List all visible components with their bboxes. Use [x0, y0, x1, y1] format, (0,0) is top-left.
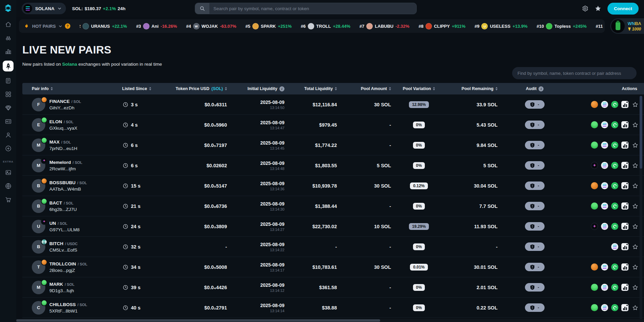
- chart-icon[interactable]: [621, 182, 628, 189]
- help-icon[interactable]: ?: [65, 23, 70, 29]
- bot-trade-icon[interactable]: [591, 284, 598, 291]
- sort-icon[interactable]: [149, 87, 151, 90]
- bot-trade-icon[interactable]: [591, 202, 598, 210]
- pair-address[interactable]: G97YL...ULM8: [49, 227, 79, 232]
- bot-trade-icon[interactable]: [591, 121, 598, 128]
- info-icon[interactable]: i: [279, 86, 284, 91]
- table-row[interactable]: F FINANCE / SOL GihiY...ezDh 3 s $0.0₅63…: [22, 94, 644, 115]
- audit-pill[interactable]: -: [525, 141, 545, 149]
- table-row[interactable]: M ✦ Memelord / SOL 2RcwW...ijfm 6 s $0.0…: [22, 155, 644, 176]
- favorite-star-icon[interactable]: [631, 142, 639, 149]
- table-row[interactable]: B BOSSBUBU / SOL AATbA...W4mB 15 s $0.0₅…: [22, 176, 644, 196]
- chain-link[interactable]: Solana: [62, 62, 77, 67]
- sidebar-item-discover[interactable]: [4, 34, 13, 42]
- favorite-star-icon[interactable]: [631, 223, 639, 230]
- audit-pill[interactable]: -: [525, 263, 545, 271]
- sidebar-item-gems[interactable]: [4, 103, 13, 112]
- sort-icon[interactable]: [433, 87, 435, 90]
- gecko-icon[interactable]: [611, 202, 618, 210]
- dex-source-icon[interactable]: [591, 101, 598, 108]
- chart-icon[interactable]: [621, 263, 628, 271]
- pair-address[interactable]: AATbA...W4mB: [49, 187, 87, 192]
- header-pool-remaining[interactable]: Pool Remaining: [443, 86, 501, 91]
- favorite-star-icon[interactable]: [631, 263, 639, 271]
- hot-pairs-selector[interactable]: HOT PAIRS ?: [24, 23, 70, 29]
- audit-pill[interactable]: -: [525, 283, 545, 292]
- solana-explorer-icon[interactable]: [601, 284, 608, 291]
- chart-icon[interactable]: [621, 101, 628, 108]
- hot-pair-item[interactable]: #11 IMAGINE -20%: [596, 23, 605, 29]
- solana-explorer-icon[interactable]: [611, 243, 618, 250]
- pair-address[interactable]: 9D1g3...fujh: [49, 288, 74, 293]
- sort-icon[interactable]: [51, 87, 53, 90]
- chart-icon[interactable]: [621, 284, 628, 291]
- header-total-liquidity[interactable]: Total Liquidity: [288, 86, 340, 91]
- favorite-star-icon[interactable]: [631, 284, 639, 291]
- pair-address[interactable]: GihiY...ezDh: [49, 105, 81, 110]
- gecko-icon[interactable]: [611, 101, 618, 108]
- search-icon[interactable]: [195, 3, 209, 14]
- filter-input[interactable]: [518, 71, 631, 76]
- sort-icon[interactable]: [335, 87, 337, 90]
- pair-address[interactable]: 2Bceo...pgjZ: [49, 268, 87, 273]
- hot-pair-item[interactable]: #8 CLIPPY +911%: [418, 23, 465, 29]
- pair-address[interactable]: 5XRtF...8bW1: [49, 308, 87, 314]
- hot-pair-item[interactable]: #5 SPARK +251%: [246, 23, 292, 29]
- chart-icon[interactable]: [621, 223, 628, 230]
- network-selector[interactable]: SOLANA: [22, 3, 66, 14]
- chart-icon[interactable]: [621, 121, 628, 128]
- table-row[interactable]: M MARK / SOL 9D1g3...fujh 39 s $0.0₄4426…: [22, 277, 644, 298]
- connect-button[interactable]: Connect: [607, 3, 639, 15]
- header-pool-variation[interactable]: Pool Variation: [394, 86, 443, 91]
- scrollbar-thumb[interactable]: [640, 96, 642, 169]
- sidebar-item-user[interactable]: [4, 130, 13, 139]
- header-audit[interactable]: Auditi: [501, 86, 569, 91]
- table-row[interactable]: M MAX / SOL 7prND...eu1H 6 s $0.0₅7197 2…: [22, 135, 644, 155]
- favorite-star-icon[interactable]: [631, 121, 639, 128]
- table-row[interactable]: U ✦ UN / SOL G97YL...ULM8 24 s $0.0₃3809…: [22, 216, 644, 237]
- hot-pair-item[interactable]: #7 LABUBU -2.32%: [360, 23, 410, 29]
- vertical-scrollbar[interactable]: [640, 96, 642, 319]
- solana-explorer-icon[interactable]: [601, 223, 608, 230]
- audit-pill[interactable]: -: [525, 202, 545, 210]
- sort-icon[interactable]: [496, 87, 498, 90]
- pair-address[interactable]: GXkuq...vyaX: [49, 126, 77, 131]
- hot-pair-item[interactable]: #9 U USELESS +13.9%: [475, 23, 528, 29]
- sidebar-item-nft[interactable]: [4, 168, 13, 177]
- sidebar-item-wallet[interactable]: [4, 117, 13, 126]
- info-icon[interactable]: i: [538, 86, 544, 91]
- audit-pill[interactable]: -: [525, 181, 545, 190]
- header-pair-info[interactable]: Pair info: [22, 86, 119, 91]
- solana-explorer-icon[interactable]: [601, 304, 608, 311]
- pair-address[interactable]: 2RcwW...ijfm: [49, 166, 83, 171]
- chart-icon[interactable]: [621, 304, 628, 311]
- horizontal-scrollbar[interactable]: [16, 319, 644, 322]
- solana-explorer-icon[interactable]: [601, 101, 608, 108]
- table-row[interactable]: E ELON / SOL GXkuq...vyaX 4 s $0.0₅5960 …: [22, 115, 644, 135]
- header-pool-amount[interactable]: Pool Amount: [340, 86, 394, 91]
- solana-explorer-icon[interactable]: [601, 202, 608, 210]
- gecko-icon[interactable]: [611, 223, 618, 230]
- gecko-icon[interactable]: [611, 284, 618, 291]
- dextools-logo-icon[interactable]: [3, 3, 13, 15]
- dex-source-icon[interactable]: [591, 263, 598, 271]
- meteora-icon[interactable]: ✦: [591, 223, 598, 230]
- audit-pill[interactable]: -: [525, 222, 545, 231]
- header-initial-liquidity[interactable]: Initial Liquidityi: [230, 86, 288, 91]
- audit-pill[interactable]: -: [525, 242, 545, 251]
- solana-explorer-icon[interactable]: [601, 162, 608, 169]
- gecko-icon[interactable]: [611, 182, 618, 189]
- gecko-icon[interactable]: [611, 142, 618, 149]
- favorite-star-icon[interactable]: [631, 304, 639, 311]
- audit-pill[interactable]: -: [525, 121, 545, 129]
- favorite-star-icon[interactable]: [631, 243, 639, 250]
- wnba-widget[interactable]: WNBA 1000: [610, 18, 644, 34]
- sidebar-item-add[interactable]: [4, 144, 13, 153]
- favorites-button[interactable]: [595, 5, 601, 12]
- sort-icon[interactable]: [389, 87, 391, 90]
- solana-explorer-icon[interactable]: [601, 121, 608, 128]
- gecko-icon[interactable]: [611, 263, 618, 271]
- hot-pair-item[interactable]: #6 TROLL +28.44%: [301, 23, 350, 29]
- pair-address[interactable]: 7prND...eu1H: [49, 146, 77, 151]
- hot-pair-item[interactable]: #3 Ani -16.26%: [136, 23, 177, 29]
